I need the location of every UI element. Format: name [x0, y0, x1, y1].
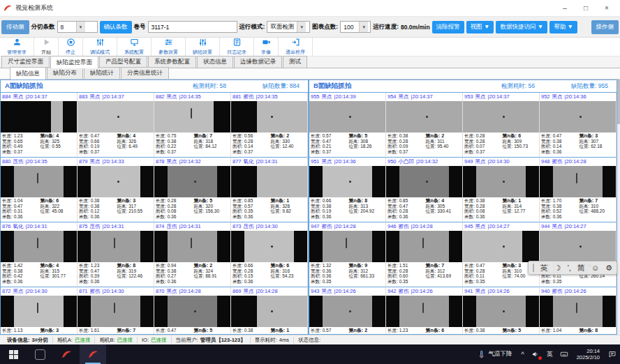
- run-mode-select[interactable]: 双面检测▼: [267, 21, 310, 33]
- ime-punct[interactable]: ’,: [567, 264, 571, 272]
- defect-thumbnail[interactable]: [463, 166, 539, 197]
- taskbar-detection-app-icon[interactable]: [53, 344, 80, 364]
- defect-thumbnail[interactable]: [231, 296, 307, 327]
- defect-thumbnail[interactable]: [463, 296, 539, 327]
- ime-lang[interactable]: 英: [540, 263, 548, 273]
- defect-cell[interactable]: 873 压伤 |20:14:30 长度: 0.66 宽度: 0.28 面积: 0…: [231, 222, 308, 287]
- defect-cell[interactable]: 870 黑点 |20:14:28 长度: 0.47 宽度: 0.28 面积: 0…: [154, 287, 231, 334]
- defect-cell[interactable]: 872 黑点 |20:14:30 长度: 1.13 宽度: 0.47 面积: 0…: [1, 287, 78, 334]
- slit-count-select[interactable]: 8▼: [57, 21, 98, 33]
- defect-cell[interactable]: 946 擦伤 |20:14:28 长度: 1.51 宽度: 0.28 面积: 0…: [386, 222, 463, 287]
- defect-thumbnail[interactable]: [78, 296, 154, 327]
- ime-emoji[interactable]: ☺: [591, 264, 599, 272]
- action-debug-button[interactable]: 调试模式: [83, 38, 117, 56]
- sub-tab-0[interactable]: 缺陷信息: [10, 67, 46, 79]
- roll-number-input[interactable]: [148, 21, 237, 33]
- defect-cell[interactable]: 954 黑点 |20:14:37 长度: 0.38 宽度: 0.28 面积: 0…: [386, 93, 463, 158]
- defect-thumbnail[interactable]: [309, 101, 385, 132]
- defect-cell[interactable]: 955 黑点 |20:14:39 长度: 0.57 宽度: 0.47 面积: 0…: [309, 93, 386, 158]
- defect-thumbnail[interactable]: [154, 296, 230, 327]
- action-center-icon[interactable]: [605, 344, 620, 364]
- defect-thumbnail[interactable]: [1, 231, 77, 262]
- main-tab-2[interactable]: 产品型号配置: [99, 56, 147, 68]
- drive-side-button[interactable]: 传动侧: [1, 20, 29, 34]
- defect-cell[interactable]: 869 黑点 |20:14:28 长度: 0.38 宽度: 0.38 面积: 0…: [231, 287, 308, 334]
- action-log-button[interactable]: 日志记录: [220, 38, 254, 56]
- action-user-button[interactable]: 管理登录: [0, 38, 34, 56]
- taskbar-app-icon[interactable]: [27, 344, 53, 364]
- defect-cell[interactable]: 875 压伤 |20:14:31 长度: 1.23 宽度: 0.47 面积: 0…: [78, 222, 154, 287]
- defect-cell[interactable]: 877 氧化 |20:14:31 长度: 0.85 宽度: 0.57 面积: 0…: [231, 158, 308, 222]
- defect-thumbnail[interactable]: [386, 101, 462, 132]
- action-system-button[interactable]: 系统配置: [117, 38, 152, 56]
- defect-thumbnail[interactable]: [154, 166, 230, 197]
- defect-cell[interactable]: 943 黑点 |20:14:26 长度: 0.57 宽度: 0.38 面积: 0…: [309, 287, 386, 334]
- defect-thumbnail[interactable]: [540, 101, 616, 132]
- defect-cell[interactable]: 884 黑点 |20:14:37 长度: 1.23 宽度: 0.65 面积: 0…: [1, 93, 78, 158]
- close-button[interactable]: ×: [596, 1, 617, 15]
- defect-cell[interactable]: 952 黑点 |20:14:36 长度: 0.47 宽度: 0.38 面积: 0…: [540, 93, 617, 158]
- defect-cell[interactable]: 953 黑点 |20:14:37 长度: 0.28 宽度: 0.28 面积: 0…: [463, 93, 540, 158]
- main-tab-5[interactable]: 边缘数据记录: [234, 56, 282, 68]
- defect-thumbnail[interactable]: [154, 101, 230, 132]
- touch-keyboard-icon[interactable]: [556, 344, 572, 364]
- chart-points-select[interactable]: 100▼: [340, 21, 371, 33]
- ime-language-indicator[interactable]: 英: [543, 344, 556, 364]
- main-tab-1[interactable]: 缺陷监控界面: [50, 56, 98, 68]
- main-tab-6[interactable]: 测试: [283, 56, 307, 68]
- defect-thumbnail[interactable]: [386, 231, 462, 262]
- confirm-count-button[interactable]: 确认条数: [100, 21, 132, 33]
- taskbar-clock[interactable]: 20:14 2025/2/10: [572, 348, 605, 361]
- defect-cell[interactable]: 883 黑点 |20:14:37 长度: 0.47 宽度: 0.66 面积: 0…: [78, 93, 154, 158]
- defect-cell[interactable]: 948 擦伤 |20:14:28 长度: 1.70 宽度: 0.38 面积: 0…: [540, 158, 617, 222]
- defect-thumbnail[interactable]: [309, 231, 385, 262]
- defect-thumbnail[interactable]: [309, 166, 385, 197]
- minimize-button[interactable]: –: [554, 1, 575, 15]
- defect-cell[interactable]: 944 黑点 |20:14:27 长度: 0.28 宽度: 0.28 面积: 0…: [540, 222, 617, 287]
- defect-cell[interactable]: 874 压伤 |20:14:31 长度: 0.94 宽度: 0.38 面积: 0…: [154, 222, 231, 287]
- defect-cell[interactable]: 945 黑点 |20:14:27 长度: 0.47 宽度: 0.28 面积: 0…: [463, 222, 540, 287]
- vertical-scrollbar[interactable]: [617, 79, 620, 335]
- operate-side-button[interactable]: 操作侧: [591, 20, 619, 34]
- sub-tab-2[interactable]: 缺陷统计: [84, 67, 120, 79]
- ime-settings[interactable]: ⚙: [605, 264, 612, 273]
- defect-cell[interactable]: 940 擦伤 |20:14:26 长度: 1.04 宽度: 0.38 面积: 0…: [540, 287, 617, 334]
- defect-thumbnail[interactable]: [1, 166, 77, 197]
- defect-thumbnail[interactable]: [540, 296, 616, 327]
- defect-cell[interactable]: 882 黑点 |20:14:35 长度: 0.75 宽度: 0.38 面积: 0…: [154, 93, 231, 158]
- defect-thumbnail[interactable]: [1, 296, 77, 327]
- defect-thumbnail[interactable]: [309, 296, 385, 327]
- defect-cell[interactable]: 880 压伤 |20:14:35 长度: 1.04 宽度: 0.47 面积: 0…: [1, 158, 78, 222]
- ime-charset[interactable]: 简: [577, 263, 585, 273]
- help-menu-button[interactable]: 帮助 ▼: [549, 21, 577, 33]
- defect-thumbnail[interactable]: [386, 166, 462, 197]
- defect-thumbnail[interactable]: [386, 296, 462, 327]
- defect-thumbnail[interactable]: [1, 101, 77, 132]
- defect-cell[interactable]: 951 黑点 |20:14:36 长度: 0.66 宽度: 0.38 面积: 0…: [309, 158, 386, 222]
- action-params-button[interactable]: 参数设置: [152, 38, 186, 56]
- view-menu-button[interactable]: 视图 ▼: [466, 21, 494, 33]
- defect-thumbnail[interactable]: [540, 166, 616, 197]
- defect-cell[interactable]: 941 黑点 |20:14:26 长度: 0.38 宽度: 0.28 面积: 0…: [463, 287, 540, 334]
- defect-thumbnail[interactable]: [540, 231, 616, 262]
- main-tab-0[interactable]: 尺寸监控界面: [1, 56, 50, 68]
- ime-halfwidth[interactable]: ☽: [554, 264, 561, 273]
- clear-alarm-button[interactable]: 清除报警: [432, 21, 464, 33]
- defect-thumbnail[interactable]: [231, 101, 307, 132]
- defect-cell[interactable]: 950 小凸凹 |20:14:32 长度: 0.85 宽度: 0.47 面积: …: [386, 158, 463, 222]
- defect-cell[interactable]: 949 黑点 |20:14:30 长度: 0.38 宽度: 0.28 面积: 0…: [463, 158, 540, 222]
- defect-cell[interactable]: 876 氧化 |20:14:31 长度: 1.42 宽度: 0.38 面积: 0…: [1, 222, 78, 287]
- data-quick-access-button[interactable]: 数据快捷访问 ▼: [496, 21, 547, 33]
- ime-drag-handle[interactable]: [533, 264, 534, 272]
- weather-widget[interactable]: 气温下降: [471, 344, 517, 364]
- defect-thumbnail[interactable]: [231, 166, 307, 197]
- defect-thumbnail[interactable]: [231, 231, 307, 262]
- taskbar-detection-app-icon-active[interactable]: [80, 344, 106, 364]
- defect-thumbnail[interactable]: [463, 231, 539, 262]
- defect-thumbnail[interactable]: [78, 231, 154, 262]
- action-camera-button[interactable]: 录像: [254, 38, 279, 56]
- action-stop-button[interactable]: 停止: [59, 38, 83, 56]
- sub-tab-1[interactable]: 缺陷分布: [47, 67, 83, 79]
- volume-icon[interactable]: [528, 344, 543, 364]
- defect-cell[interactable]: 871 擦伤 |20:14:30 长度: 1.61 宽度: 0.38 面积: 0…: [78, 287, 154, 334]
